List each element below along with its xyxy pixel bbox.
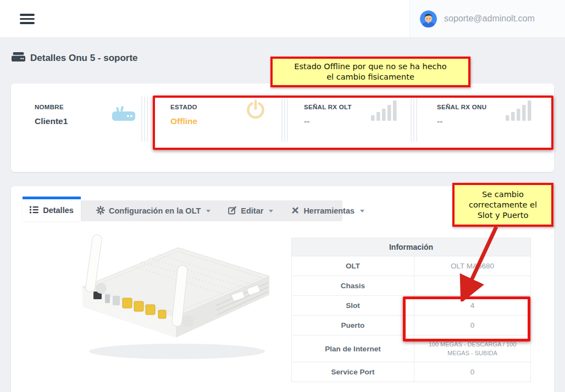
power-icon [245, 99, 267, 123]
top-navbar: soporte@adminolt.com [0, 0, 565, 38]
row-puerto-value: 0 [414, 316, 531, 335]
info-table-header: Información [292, 238, 531, 256]
stat-rx-onu-label: SEÑAL RX ONU [437, 104, 486, 110]
tab-configuracion-olt[interactable]: Configuración en la OLT [87, 200, 219, 221]
stat-estado-label: ESTADO [170, 104, 197, 110]
caret-down-icon [269, 210, 273, 212]
breadcrumb: Detalles Onu 5 - soporte [12, 52, 138, 65]
row-puerto-label: Puerto [292, 316, 414, 335]
tab-editar[interactable]: Editar [219, 200, 282, 221]
stat-nombre-label: NOMBRE [35, 104, 68, 110]
table-row-chasis: Chasis 0 [292, 276, 531, 296]
router-icon [112, 105, 136, 124]
tab-herramientas[interactable]: Herramientas [282, 200, 373, 221]
stat-rx-onu-value: -- [437, 116, 486, 126]
onu-summary-card: NOMBRE Cliente1 ESTADO Offline SE [11, 83, 554, 172]
stat-divider [281, 97, 289, 142]
row-slot-value: 4 [414, 296, 531, 316]
user-avatar-icon [420, 10, 437, 27]
tab-herramientas-label: Herramientas [303, 206, 354, 215]
caret-down-icon [360, 210, 364, 212]
app-screen: soporte@adminolt.com Detalles Onu 5 - so… [0, 0, 565, 392]
row-service-port-label: Service Port [292, 362, 414, 382]
row-plan-label: Plan de Internet [292, 335, 414, 362]
stat-rx-onu: SEÑAL RX ONU -- [437, 104, 486, 126]
row-chasis-label: Chasis [292, 276, 414, 296]
row-chasis-value: 0 [414, 276, 531, 296]
stat-estado: ESTADO Offline [170, 104, 197, 126]
stat-rx-olt-value: -- [304, 116, 352, 126]
annotation-line: Slot y Puerto [478, 210, 529, 221]
user-email: soporte@adminolt.com [444, 14, 535, 24]
hamburger-menu-icon[interactable] [20, 14, 35, 24]
annotation-slot-note: Se cambio correctamente el Slot y Puerto [452, 183, 553, 227]
list-icon [30, 206, 38, 215]
row-olt-value: OLT MA5680 [414, 256, 531, 276]
annotation-line: correctamente el [469, 200, 537, 210]
page-title: Detalles Onu 5 - soporte [30, 53, 138, 64]
table-row-service-port: Service Port 0 [292, 362, 531, 382]
stat-estado-value: Offline [170, 116, 197, 126]
gear-icon [96, 206, 105, 216]
signal-bars-icon [506, 100, 532, 123]
table-row-puerto: Puerto 0 [292, 316, 531, 335]
info-table: Información OLT OLT MA5680 Chasis 0 Slot… [291, 238, 531, 382]
onu-product-image [51, 233, 287, 370]
annotation-line: Estado Offline por que no se ha hecho [294, 61, 446, 72]
table-row-plan: Plan de Internet 100 MEGAS - DESCARGA / … [292, 335, 531, 362]
table-row-olt: OLT OLT MA5680 [292, 256, 531, 276]
user-menu[interactable]: soporte@adminolt.com [409, 0, 565, 37]
tab-detalles-label: Detalles [43, 206, 74, 215]
edit-icon [228, 206, 237, 216]
stat-rx-olt: SEÑAL RX OLT -- [304, 104, 352, 126]
row-plan-value: 100 MEGAS - DESCARGA / 100 MEGAS - SUBID… [414, 335, 531, 362]
stat-nombre: NOMBRE Cliente1 [35, 104, 68, 126]
annotation-offline-note: Estado Offline por que no se ha hecho el… [270, 57, 470, 87]
table-row-slot: Slot 4 [292, 296, 531, 316]
annotation-line: el cambio fisicamente [326, 72, 414, 82]
signal-bars-icon [371, 100, 397, 123]
caret-down-icon [206, 210, 211, 212]
tab-configuracion-olt-label: Configuración en la OLT [109, 206, 201, 215]
tools-icon [291, 206, 300, 216]
row-slot-label: Slot [292, 296, 414, 316]
stat-divider [141, 97, 148, 142]
stat-divider [411, 97, 418, 142]
stat-nombre-value: Cliente1 [35, 116, 68, 126]
row-service-port-value: 0 [414, 362, 531, 382]
tab-detalles[interactable]: Detalles [23, 197, 81, 221]
onu-device-icon [12, 52, 25, 65]
stat-rx-olt-label: SEÑAL RX OLT [304, 104, 352, 110]
annotation-line: Se cambio [482, 189, 524, 200]
tab-editar-label: Editar [241, 206, 263, 215]
row-olt-label: OLT [292, 256, 414, 276]
